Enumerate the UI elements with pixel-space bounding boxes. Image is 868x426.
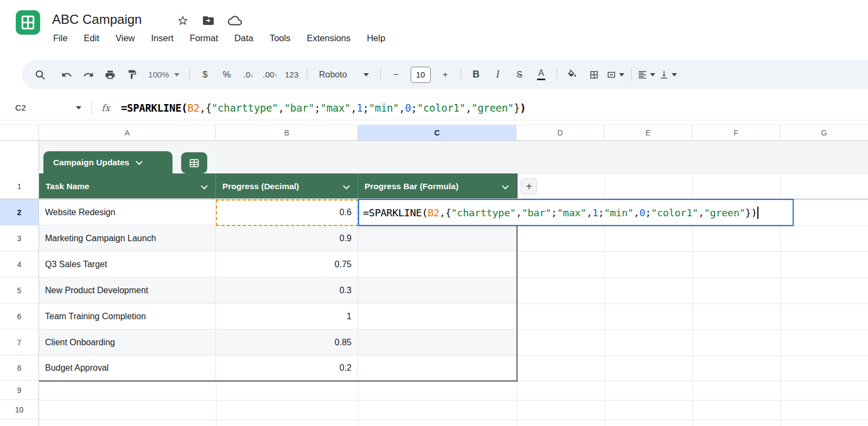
font-select[interactable]: Roboto <box>314 66 374 84</box>
cell-b5-progress[interactable]: 0.3 <box>216 277 358 304</box>
horizontal-align-button[interactable] <box>637 66 656 84</box>
cloud-saved-icon[interactable] <box>228 15 242 29</box>
gridline <box>516 356 868 356</box>
cell-a5-task[interactable]: New Product Development <box>39 277 216 304</box>
decrease-font-size-button[interactable]: − <box>387 66 405 84</box>
row-header-6[interactable]: 6 <box>0 304 39 330</box>
chevron-down-icon <box>174 73 180 76</box>
menu-insert[interactable]: Insert <box>151 33 174 43</box>
format-percent-button[interactable]: % <box>218 66 236 84</box>
menu-edit[interactable]: Edit <box>84 33 99 43</box>
menu-format[interactable]: Format <box>190 33 218 43</box>
menu-data[interactable]: Data <box>234 33 253 43</box>
strikethrough-button[interactable]: S <box>510 66 529 84</box>
sheets-logo-icon[interactable] <box>15 9 41 36</box>
table-name-tab[interactable]: Campaign Updates <box>43 151 173 173</box>
cell-a7-task[interactable]: Client Onboarding <box>39 330 216 356</box>
menu-view[interactable]: View <box>116 33 135 43</box>
cell-a6-task[interactable]: Team Training Completion <box>39 304 216 330</box>
paint-format-button[interactable] <box>123 66 141 84</box>
borders-button[interactable] <box>585 66 603 84</box>
gridline <box>516 173 868 174</box>
table-row: Q3 Sales Target 0.75 <box>39 251 516 277</box>
chevron-down-icon <box>650 73 655 76</box>
cell-c6-progress-bar[interactable] <box>358 304 516 330</box>
column-header-f[interactable]: F <box>692 125 780 141</box>
menu-tools[interactable]: Tools <box>270 33 291 43</box>
gridline <box>516 304 868 304</box>
bold-button[interactable]: B <box>467 66 486 84</box>
cell-a3-task[interactable]: Marketing Campaign Launch <box>39 225 216 251</box>
cell-b3-progress[interactable]: 0.9 <box>216 225 358 251</box>
move-folder-icon[interactable] <box>202 14 215 29</box>
add-column-button[interactable]: + <box>521 178 537 195</box>
cell-b4-progress[interactable]: 0.75 <box>216 251 358 277</box>
format-currency-button[interactable]: $ <box>196 66 214 84</box>
cell-b6-progress[interactable]: 1 <box>216 304 358 330</box>
cell-b8-progress[interactable]: 0.2 <box>216 356 358 380</box>
italic-button[interactable]: I <box>489 66 507 84</box>
more-formats-button[interactable]: 123 <box>283 66 301 84</box>
row-header-8[interactable]: 8 <box>0 356 39 380</box>
row-header-5[interactable]: 5 <box>0 277 39 304</box>
column-header-a[interactable]: A <box>39 125 216 141</box>
menu-help[interactable]: Help <box>367 33 385 43</box>
cell-b7-progress[interactable]: 0.85 <box>216 330 358 356</box>
column-header-e[interactable]: E <box>604 125 692 141</box>
table-header-progress-bar[interactable]: Progress Bar (Formula) <box>358 173 516 199</box>
toolbar-divider <box>631 68 631 81</box>
cell-formula-text: =SPARKLINE(B2,{"charttype","bar";"max",1… <box>363 207 757 218</box>
cell-c8-progress-bar[interactable] <box>358 356 516 380</box>
select-all-corner[interactable] <box>0 125 39 141</box>
column-header-c[interactable]: C <box>358 125 516 141</box>
menu-extensions[interactable]: Extensions <box>307 33 350 43</box>
active-cell-editor-c2[interactable]: =SPARKLINE(B2,{"charttype","bar";"max",1… <box>358 199 794 226</box>
name-box[interactable]: C2 <box>0 103 91 113</box>
cell-c5-progress-bar[interactable] <box>358 277 516 304</box>
row-header-2[interactable]: 2 <box>0 199 39 225</box>
row-header-7[interactable]: 7 <box>0 330 39 356</box>
column-header-b[interactable]: B <box>216 125 358 141</box>
row-header-9[interactable]: 9 <box>0 380 39 400</box>
formula-input[interactable]: =SPARKLINE(B2,{"charttype","bar";"max",1… <box>121 102 526 114</box>
cell-a4-task[interactable]: Q3 Sales Target <box>39 251 216 277</box>
redo-button[interactable] <box>79 66 98 84</box>
row-header-3[interactable]: 3 <box>0 225 39 251</box>
chevron-down-icon[interactable] <box>502 182 509 189</box>
header-label: Progress (Decimal) <box>222 182 299 191</box>
search-icon[interactable] <box>31 66 49 84</box>
cell-c3-progress-bar[interactable] <box>358 225 516 251</box>
table-name-label: Campaign Updates <box>53 158 129 167</box>
merge-cells-button[interactable] <box>607 66 625 84</box>
table-header-progress-decimal[interactable]: Progress (Decimal) <box>216 173 358 199</box>
fill-color-button[interactable] <box>563 66 582 84</box>
chevron-down-icon[interactable] <box>343 182 350 189</box>
increase-font-size-button[interactable]: + <box>436 66 455 84</box>
fx-icon: fx <box>101 102 110 113</box>
column-header-d[interactable]: D <box>516 125 604 141</box>
row-header-1[interactable]: 1 <box>0 173 39 199</box>
gridline <box>516 330 868 330</box>
cell-c4-progress-bar[interactable] <box>358 251 516 277</box>
chevron-down-icon[interactable] <box>201 182 208 189</box>
decrease-decimal-button[interactable]: .0↓ <box>239 66 258 84</box>
undo-button[interactable] <box>58 66 76 84</box>
menu-file[interactable]: File <box>53 33 68 43</box>
table-menu-button[interactable] <box>181 152 207 173</box>
table-header-task-name[interactable]: Task Name <box>39 173 216 199</box>
row-header-10[interactable]: 10 <box>0 400 39 419</box>
text-color-button[interactable]: A <box>532 66 551 84</box>
zoom-select[interactable]: 100% <box>144 66 183 84</box>
cell-a8-task[interactable]: Budget Approval <box>39 356 216 380</box>
cell-c7-progress-bar[interactable] <box>358 330 516 356</box>
row-header-4[interactable]: 4 <box>0 251 39 277</box>
print-button[interactable] <box>101 66 119 84</box>
vertical-align-button[interactable] <box>659 66 678 84</box>
column-header-g[interactable]: G <box>780 125 868 141</box>
cell-a2-task[interactable]: Website Redesign <box>39 199 216 225</box>
font-size-input[interactable]: 10 <box>411 67 431 83</box>
star-icon[interactable] <box>177 15 189 29</box>
document-title[interactable]: ABC Campaign <box>52 12 142 27</box>
gridline <box>516 277 868 278</box>
increase-decimal-button[interactable]: .00↑ <box>261 66 279 84</box>
